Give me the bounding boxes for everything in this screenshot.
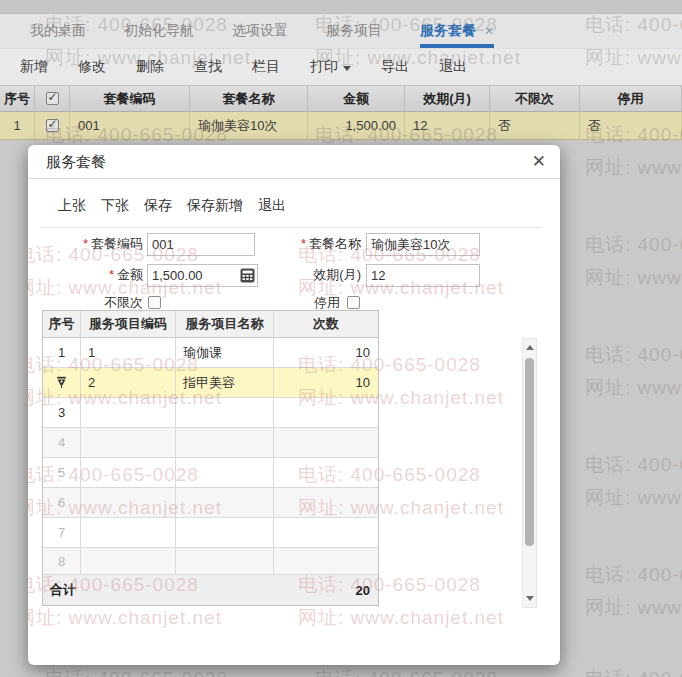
item-row-number: 3 (43, 398, 81, 427)
scroll-up-icon[interactable] (526, 345, 534, 350)
item-name: 瑜伽课 (176, 338, 274, 367)
item-row-number: 8 (43, 548, 81, 574)
column-header: 序号 (0, 86, 35, 111)
dialog-scrollbar[interactable] (522, 338, 537, 608)
items-table-row[interactable]: 3 (43, 398, 378, 428)
watermark: 电话: 400-665-0028网址: www.chanjet.net (585, 228, 682, 294)
item-code (81, 428, 176, 457)
item-name (176, 428, 274, 457)
dialog-header: 服务套餐 ✕ (28, 145, 560, 179)
scrollbar-thumb[interactable] (525, 358, 534, 546)
watermark: 电话: 400-665-0028网址: www.chanjet.net (585, 448, 682, 514)
items-column-header-label: 服务项目编码 (89, 315, 167, 333)
tab-label: 服务套餐 (420, 22, 476, 40)
close-icon[interactable]: ✕ (532, 150, 546, 174)
item-name (176, 488, 274, 517)
modify-button[interactable]: 修改 (78, 58, 106, 76)
disabled-checkbox[interactable] (347, 296, 360, 309)
pen-edit-icon (43, 376, 80, 389)
code-input[interactable] (147, 233, 255, 256)
item-name (176, 548, 274, 574)
item-count (274, 398, 378, 427)
items-table-row[interactable]: 5 (43, 458, 378, 488)
row-checkbox[interactable] (46, 119, 59, 132)
toolbar-button-label: 栏目 (252, 58, 280, 76)
select-all-checkbox[interactable] (46, 92, 59, 105)
items-table-header: 序号服务项目编码服务项目名称次数 (43, 311, 378, 338)
package-code: 001 (70, 112, 190, 139)
item-count (274, 458, 378, 487)
name-label: *套餐名称 (253, 233, 361, 255)
package-months: 12 (405, 112, 490, 139)
column-header-label: 套餐名称 (223, 90, 275, 108)
find-button[interactable]: 查找 (194, 58, 222, 76)
amount-label: *金额 (36, 264, 143, 286)
save-new-button[interactable]: 保存新增 (187, 197, 243, 215)
items-table-row[interactable]: 4 (43, 428, 378, 458)
tab-options[interactable]: 选项设置 (232, 14, 288, 48)
item-name (176, 398, 274, 427)
item-row-number: 7 (43, 518, 81, 547)
service-package-dialog: 服务套餐 ✕ 上张下张保存保存新增退出 *套餐编码 *套餐名称 *金额 效期(月… (28, 145, 560, 665)
add-button[interactable]: 新增 (20, 58, 48, 76)
row-number: 1 (0, 112, 35, 139)
package-disabled: 否 (580, 112, 682, 139)
column-header: 金额 (308, 86, 405, 111)
items-column-header: 服务项目编码 (81, 311, 176, 337)
name-input[interactable] (366, 233, 480, 256)
tab-service-package[interactable]: 服务套餐✕ (420, 14, 494, 48)
item-name: 指甲美容 (176, 368, 274, 397)
dialog-toolbar: 上张下张保存保存新增退出 (58, 197, 286, 215)
package-table-row[interactable]: 1001瑜伽美容10次1,500.0012否否 (0, 112, 682, 140)
item-count (274, 548, 378, 574)
items-column-header-label: 序号 (49, 315, 75, 333)
column-header-label: 套餐编码 (104, 90, 156, 108)
tab-label: 初始化导航 (124, 22, 194, 40)
package-name: 瑜伽美容10次 (190, 112, 308, 139)
toolbar-separator (40, 227, 542, 228)
months-input[interactable] (366, 264, 480, 287)
item-code (81, 398, 176, 427)
toolbar-button-label: 删除 (136, 58, 164, 76)
tab-bar: 我的桌面初始化导航选项设置服务项目服务套餐✕ (0, 14, 682, 48)
items-table-total-row: 合计20 (43, 575, 378, 605)
prev-button[interactable]: 上张 (58, 197, 86, 215)
items-table-row[interactable]: 11瑜伽课10 (43, 338, 378, 368)
row-checkbox[interactable] (35, 112, 70, 139)
items-table-row[interactable]: 8 (43, 548, 378, 575)
print-button[interactable]: 打印 (310, 58, 351, 76)
item-row-number: 6 (43, 488, 81, 517)
chevron-down-icon (343, 66, 351, 71)
items-column-header-label: 次数 (313, 315, 339, 333)
items-table-row[interactable]: 6 (43, 488, 378, 518)
unlimited-checkbox[interactable] (148, 296, 161, 309)
tab-service-items[interactable]: 服务项目 (326, 14, 382, 48)
item-code: 2 (81, 368, 176, 397)
next-button[interactable]: 下张 (101, 197, 129, 215)
delete-button[interactable]: 删除 (136, 58, 164, 76)
columns-button[interactable]: 栏目 (252, 58, 280, 76)
items-column-header-label: 服务项目名称 (186, 315, 264, 333)
column-header: 套餐编码 (70, 86, 190, 111)
code-label: *套餐编码 (36, 233, 143, 255)
scroll-down-icon[interactable] (526, 596, 534, 601)
save-button[interactable]: 保存 (144, 197, 172, 215)
tab-init-nav[interactable]: 初始化导航 (124, 14, 194, 48)
column-header: 效期(月) (405, 86, 490, 111)
months-label: 效期(月) (253, 264, 361, 286)
item-code (81, 458, 176, 487)
items-table-row[interactable]: 2指甲美容10 (43, 368, 378, 398)
toolbar-button-label: 修改 (78, 58, 106, 76)
item-code (81, 488, 176, 517)
watermark: 电话: 400-665-0028网址: www.chanjet.net (585, 662, 682, 677)
items-table-row[interactable]: 7 (43, 518, 378, 548)
item-count (274, 428, 378, 457)
window-top-strip (0, 0, 682, 14)
exit-button[interactable]: 退出 (439, 58, 467, 76)
tab-my-desktop[interactable]: 我的桌面 (30, 14, 86, 48)
items-column-header: 次数 (274, 311, 378, 337)
export-button[interactable]: 导出 (381, 58, 409, 76)
header-checkbox-cell (35, 86, 70, 111)
dialog-exit-button[interactable]: 退出 (258, 197, 286, 215)
tab-close-icon[interactable]: ✕ (484, 24, 494, 38)
